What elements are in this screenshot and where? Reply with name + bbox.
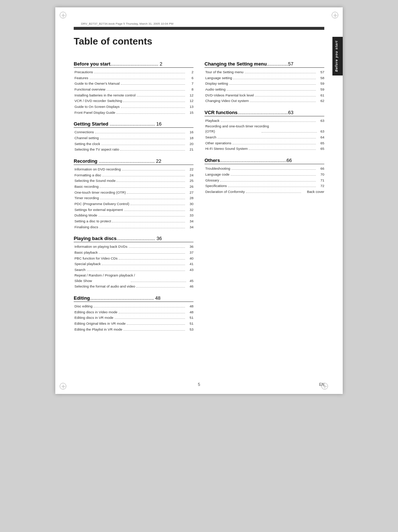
section-before-you-start-header: Before you start........................… bbox=[74, 61, 193, 68]
list-item: Changing Video Out system62 bbox=[205, 98, 324, 104]
list-item: Hi-Fi Stereo Sound System65 bbox=[205, 146, 324, 152]
page-title: Table of contents bbox=[74, 36, 324, 47]
list-item: Specifications72 bbox=[205, 183, 324, 189]
list-item: Editing Original titles in VR mode51 bbox=[74, 321, 193, 327]
page: Before you start DRV_B2737_B2734.book Pa… bbox=[55, 7, 343, 394]
list-item: Display setting59 bbox=[205, 81, 324, 87]
list-item: Troubleshooting66 bbox=[205, 166, 324, 172]
list-item: Installing batteries in the remote contr… bbox=[74, 92, 193, 98]
list-item: Basic recording26 bbox=[74, 184, 193, 190]
footer-page-number: 5 bbox=[55, 382, 343, 387]
list-item: Setting the clock20 bbox=[74, 141, 193, 147]
list-item: Connections16 bbox=[74, 129, 193, 135]
right-column: Changing the Setting menu...............… bbox=[205, 54, 324, 332]
list-item: Playback63 bbox=[205, 118, 324, 124]
list-item: Guide to On Screen Displays13 bbox=[74, 104, 193, 110]
list-item: Information on DVD recording22 bbox=[74, 166, 193, 172]
list-item: Audio setting59 bbox=[205, 87, 324, 92]
list-item: Other operations65 bbox=[205, 140, 324, 146]
list-item: Settings for external equipment32 bbox=[74, 207, 193, 213]
list-item: Precautions2 bbox=[74, 69, 193, 75]
list-item: Features6 bbox=[74, 75, 193, 81]
list-item: Timer recording28 bbox=[74, 195, 193, 201]
list-item: Functional overview8 bbox=[74, 87, 193, 92]
list-item: Glossary71 bbox=[205, 177, 324, 183]
section-getting-started-header: Getting Started ........................… bbox=[74, 121, 193, 128]
list-item: Selecting the TV aspect ratio21 bbox=[74, 147, 193, 152]
section-changing-setting-header: Changing the Setting menu...............… bbox=[205, 61, 324, 68]
list-item: Editing discs in Video mode48 bbox=[74, 309, 193, 315]
list-item: Search43 bbox=[74, 267, 193, 273]
list-item: Finalising discs34 bbox=[74, 224, 193, 230]
list-item: One-touch timer recording (OTR)27 bbox=[74, 190, 193, 195]
corner-mark-tr bbox=[332, 12, 338, 18]
list-item: Special playback41 bbox=[74, 261, 193, 267]
section-others-header: Others..................................… bbox=[205, 158, 324, 164]
left-column: Before you start........................… bbox=[74, 54, 193, 332]
list-item: Selecting the format of audio and video4… bbox=[74, 283, 193, 289]
list-item: Setting a disc to protect34 bbox=[74, 218, 193, 224]
list-item-multiline: Recording and one-touch timer recording … bbox=[205, 124, 324, 134]
list-item: PDC (Programme Delivery Control)30 bbox=[74, 201, 193, 207]
footer-locale: EN bbox=[319, 383, 324, 387]
thin-bar bbox=[74, 29, 324, 30]
header-meta: DRV_B2737_B2734.book Page 5 Thursday, Ma… bbox=[74, 22, 324, 25]
list-item: DVD-Videos Parental lock level61 bbox=[205, 92, 324, 98]
list-item: Language setting58 bbox=[205, 75, 324, 81]
section-playing-header: Playing back discs......................… bbox=[74, 236, 193, 242]
list-item: Disc editing48 bbox=[74, 303, 193, 309]
section-editing-header: Editing.................................… bbox=[74, 295, 193, 302]
list-item: Front Panel Display Guide15 bbox=[74, 110, 193, 116]
content-area: Before you start........................… bbox=[74, 54, 324, 332]
list-item: Search64 bbox=[205, 134, 324, 140]
list-item: Declaration of ConformityBack cover bbox=[205, 189, 324, 195]
section-recording-header: Recording ..............................… bbox=[74, 158, 193, 165]
list-item: Editing the Playlist in VR mode53 bbox=[74, 327, 193, 332]
list-item: VCR / DVD recorder Switching12 bbox=[74, 98, 193, 104]
list-item: Formatting a disc24 bbox=[74, 172, 193, 178]
list-item: Guide to the Owner's Manual7 bbox=[74, 81, 193, 87]
list-item: Tour of the Setting menu57 bbox=[205, 69, 324, 75]
list-item: Basic playback37 bbox=[74, 250, 193, 256]
list-item: Channel setting18 bbox=[74, 135, 193, 141]
section-vcr-header: VCR functions...........................… bbox=[205, 110, 324, 116]
list-item: Information on playing back DVDs36 bbox=[74, 244, 193, 250]
side-tab: Before you start bbox=[332, 37, 343, 75]
corner-mark-tl bbox=[60, 12, 66, 18]
list-item: Selecting the Sound mode25 bbox=[74, 178, 193, 184]
list-item: Dubbing Mode33 bbox=[74, 212, 193, 218]
list-item: Editing discs in VR mode51 bbox=[74, 315, 193, 321]
list-item: PBC function for Video CDs40 bbox=[74, 256, 193, 261]
list-item-multiline: Repeat / Random / Program playback / Sli… bbox=[74, 273, 193, 283]
list-item: Language code70 bbox=[205, 172, 324, 177]
